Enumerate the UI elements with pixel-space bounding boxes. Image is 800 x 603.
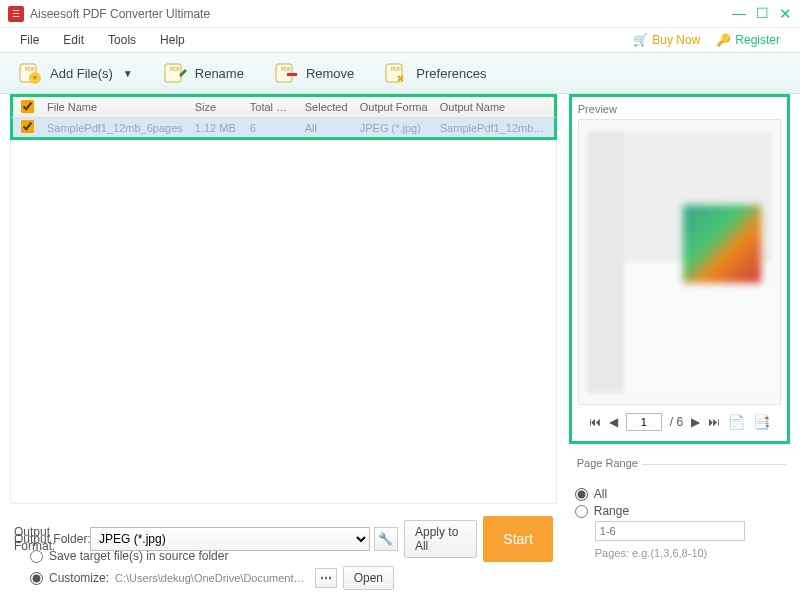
radio-all-pages[interactable] [575, 488, 588, 501]
remove-label: Remove [306, 66, 354, 81]
svg-text:+: + [32, 73, 37, 83]
page-range-panel: Page Range All Range Pages: e.g.(1,3,6,8… [569, 460, 790, 563]
last-page-button[interactable]: ⏭ [708, 415, 720, 429]
cell-selected: All [299, 122, 354, 134]
output-path: C:\Users\dekug\OneDrive\Documents\Aisees… [115, 572, 309, 584]
radio-source-folder[interactable] [30, 550, 43, 563]
buy-now-link[interactable]: 🛒Buy Now [633, 33, 700, 47]
preferences-label: Preferences [416, 66, 486, 81]
start-button[interactable]: Start [483, 516, 552, 562]
col-pages[interactable]: Total Pag [244, 101, 299, 113]
file-list-body [10, 140, 557, 504]
cell-size: 1.12 MB [189, 122, 244, 134]
cell-pages: 6 [244, 122, 299, 134]
menu-file[interactable]: File [20, 33, 39, 47]
add-files-label: Add File(s) [50, 66, 113, 81]
add-files-button[interactable]: +PDF Add File(s)▼ [18, 61, 133, 85]
preferences-icon: PDF [384, 61, 408, 85]
preferences-button[interactable]: PDF Preferences [384, 61, 486, 85]
page-range-input[interactable] [595, 521, 745, 541]
menu-tools[interactable]: Tools [108, 33, 136, 47]
snapshot-icon[interactable]: 📄 [728, 414, 745, 430]
next-page-button[interactable]: ▶ [691, 415, 700, 429]
col-filename[interactable]: File Name [41, 101, 189, 113]
svg-text:PDF: PDF [281, 66, 291, 72]
add-file-icon: +PDF [18, 61, 42, 85]
register-link[interactable]: 🔑Register [716, 33, 780, 47]
format-settings-button[interactable]: 🔧 [374, 527, 398, 551]
radio-range-pages[interactable] [575, 505, 588, 518]
svg-text:PDF: PDF [25, 66, 35, 72]
radio-all-label: All [594, 487, 607, 501]
output-format-select[interactable]: JPEG (*.jpg) [90, 527, 370, 551]
cart-icon: 🛒 [633, 33, 648, 47]
prev-page-button[interactable]: ◀ [609, 415, 618, 429]
menu-edit[interactable]: Edit [63, 33, 84, 47]
cell-outname: SamplePdf1_12mb_6pages [434, 122, 554, 134]
browse-button[interactable]: ⋯ [315, 568, 337, 588]
radio-source-label: Save target file(s) in source folder [49, 549, 228, 563]
rename-label: Rename [195, 66, 244, 81]
rename-button[interactable]: PDF Rename [163, 61, 244, 85]
col-selected[interactable]: Selected [299, 101, 354, 113]
table-header: File Name Size Total Pag Selected Output… [10, 94, 557, 118]
table-row[interactable]: SamplePdf1_12mb_6pages 1.12 MB 6 All JPE… [10, 118, 557, 140]
preview-label: Preview [578, 103, 781, 115]
select-all-checkbox[interactable] [21, 100, 34, 113]
svg-text:PDF: PDF [170, 66, 180, 72]
col-format[interactable]: Output Forma [354, 101, 434, 113]
menu-help[interactable]: Help [160, 33, 185, 47]
window-title: Aiseesoft PDF Converter Ultimate [30, 7, 210, 21]
col-size[interactable]: Size [189, 101, 244, 113]
cell-format: JPEG (*.jpg) [354, 122, 434, 134]
window-minimize[interactable]: — [732, 6, 746, 21]
first-page-button[interactable]: ⏮ [589, 415, 601, 429]
preview-panel: Preview ⏮ ◀ / 6 ▶ ⏭ 📄 📑 [569, 94, 790, 444]
cell-filename: SamplePdf1_12mb_6pages [41, 122, 189, 134]
chevron-down-icon: ▼ [123, 68, 133, 79]
remove-button[interactable]: PDF Remove [274, 61, 354, 85]
remove-icon: PDF [274, 61, 298, 85]
register-label: Register [735, 33, 780, 47]
window-close[interactable]: ✕ [779, 6, 792, 21]
radio-customize-label: Customize: [49, 571, 109, 585]
window-maximize[interactable]: ☐ [756, 6, 769, 21]
key-icon: 🔑 [716, 33, 731, 47]
rename-icon: PDF [163, 61, 187, 85]
preview-image [578, 119, 781, 405]
wrench-icon: 🔧 [378, 532, 393, 546]
buy-now-label: Buy Now [652, 33, 700, 47]
apply-to-all-button[interactable]: Apply to All [404, 520, 477, 558]
radio-range-label: Range [594, 504, 629, 518]
svg-rect-7 [287, 73, 297, 76]
radio-customize[interactable] [30, 572, 43, 585]
extract-icon[interactable]: 📑 [753, 414, 770, 430]
svg-text:PDF: PDF [391, 66, 401, 72]
col-outname[interactable]: Output Name [434, 101, 554, 113]
page-total: / 6 [670, 415, 683, 429]
page-input[interactable] [626, 413, 662, 431]
app-icon: ☰ [8, 6, 24, 22]
page-range-title: Page Range [573, 457, 642, 469]
page-range-hint: Pages: e.g.(1,3,6,8-10) [595, 547, 786, 559]
row-checkbox[interactable] [21, 120, 34, 133]
open-folder-button[interactable]: Open [343, 566, 394, 590]
